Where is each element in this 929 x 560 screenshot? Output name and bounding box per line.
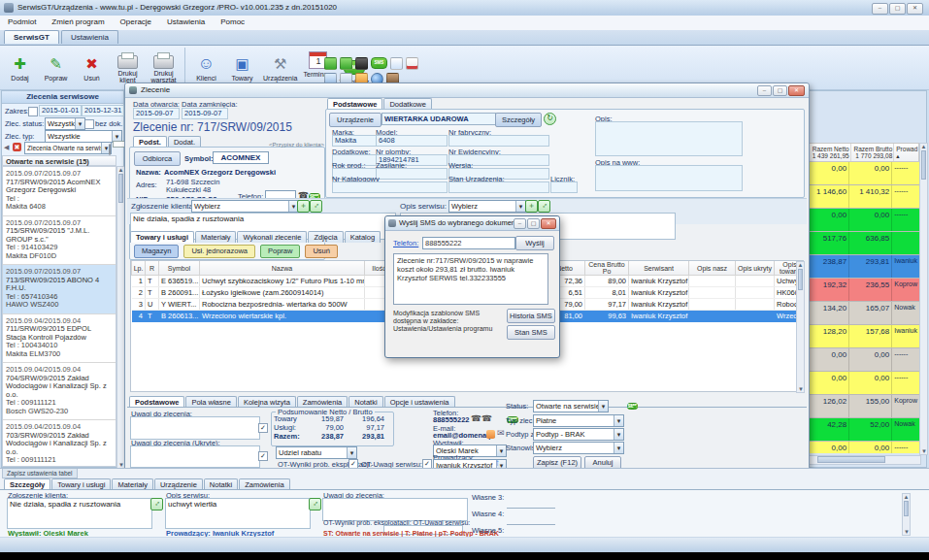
bp-zgloszenie-expand-icon[interactable]: ↕ [150,498,163,511]
close-icon[interactable]: ✕ [907,3,923,15]
bp-opis-expand-icon[interactable]: ↕ [309,498,321,511]
items-col-brutto[interactable]: Cena Brutto Po [585,261,629,276]
uwagi-textarea[interactable] [130,416,260,440]
historia-sms-button[interactable]: Historia SMS [507,309,555,323]
tab-zdjęcia[interactable]: Zdjęcia [308,231,343,243]
totals-row[interactable]: 0,000,00------ [808,209,919,232]
maximize-icon[interactable]: ▢ [889,3,906,15]
tab-wykonali-zlecenie[interactable]: Wykonali zlecenie [237,231,307,243]
toolbar-button-dodaj[interactable]: ✚Dodaj [3,52,37,82]
status-dropdown[interactable]: Otwarte na serwisie [533,400,609,412]
zakres-checkbox[interactable] [28,107,38,116]
totals-row[interactable]: 42,2852,00Nowak [808,418,919,442]
sort-asc-icon[interactable]: ▴ [896,152,899,159]
totals-row[interactable]: 192,32236,55Koprow [808,279,919,302]
view-dropdown[interactable]: Zlecenia Otwarte na serwisie [24,142,112,154]
menu-item-podmiot[interactable]: Podmiot [0,16,44,28]
sms-minimize-icon[interactable]: – [514,218,526,229]
toolbar-button-drukuj-warsztat[interactable]: Drukuj warsztat [147,48,181,84]
totals-row[interactable]: 0,000,00------ [808,162,919,185]
zgloszenie-dropdown[interactable]: Wybierz [191,200,299,213]
bez-dok-checkbox[interactable] [84,119,94,129]
sms-maximize-icon[interactable]: ▢ [527,218,540,229]
action-button-usuń[interactable]: Usuń [305,245,338,258]
bp-zgloszenie-box[interactable]: Nie działa, spadła z rusztowania [7,498,152,529]
service-order-item[interactable]: 2015.09.04/2015.09.04703/SRW/09/2015 Zak… [3,420,116,467]
opis-serwisu-expand-icon[interactable]: ↕ [538,200,550,213]
toolbar-button-usuń[interactable]: ✖Usuń [75,52,109,82]
minimize-icon[interactable]: – [872,3,888,15]
totals-row[interactable]: 128,20157,68Iwaniuk [808,325,919,348]
dialog-close-icon[interactable]: ✕ [788,85,805,96]
szczegoly-button[interactable]: Szczegóły [495,113,542,127]
marka-value[interactable]: Makita [332,135,377,147]
phone-call-icon[interactable] [340,57,352,70]
wyslij-button[interactable]: Wyślij [515,236,554,250]
toolbar-button-urządzenia[interactable]: ⚒Urządzenia [261,52,299,82]
stan-sms-button[interactable]: Stan SMS [507,325,555,340]
telefon2-value[interactable]: 888555222 [433,415,470,424]
phone-add-icon[interactable] [324,57,337,70]
stanowisko-dropdown[interactable]: Wybierz [533,442,624,454]
save-table-settings-link[interactable]: Zapisz ustawienia tabel [2,469,78,478]
nr-katalogowy-field[interactable] [332,181,448,193]
ribbon-tab-ustawienia[interactable]: Ustawienia [61,30,118,44]
opis-serwisu-dropdown[interactable]: Wybierz [448,200,526,213]
card-icon[interactable] [406,57,418,70]
odbiorca-button[interactable]: Odbiorca [134,151,181,166]
totals-hscrollbar[interactable] [809,455,921,465]
licznik-field[interactable] [550,181,578,193]
toolbar-button-towary[interactable]: ▣Towary [225,52,259,82]
date-to-field[interactable]: 2015-12-31 [82,105,124,116]
date-from-field[interactable]: 2015-01-01 [39,105,82,116]
data-zamkniecia-field[interactable]: 2015-09-07 [182,108,228,119]
pin-icon[interactable] [355,57,368,70]
bp-opis-box[interactable]: uchwyt wiertła [165,498,311,529]
clear-filter-icon[interactable]: ✖ [13,143,21,151]
items-col-symbol[interactable]: Symbol [159,261,200,276]
typ-dropdown[interactable]: Płatne [533,414,624,427]
totals-vscrollbar[interactable]: ▲▼ [919,143,928,455]
service-order-item[interactable]: 2015.09.07/2015.09.07715/SRW/09/2015 "J.… [3,216,116,266]
totals-row[interactable]: 0,000,00------ [808,442,919,453]
model-value[interactable]: 6408 [376,135,448,147]
zgloszenie-add-icon[interactable]: ＋ [297,200,310,213]
phone-dial-icon[interactable]: ☎ [471,413,481,423]
zgloszenie-expand-icon[interactable]: ↕ [310,200,322,213]
sms-telefon-label[interactable]: Telefon: [393,239,418,247]
stan-urzadzenia-field[interactable] [448,181,549,193]
zasilanie-field[interactable] [376,168,448,180]
print-icon[interactable] [109,144,111,155]
sms-close-icon[interactable]: ✕ [541,218,556,229]
totals-row[interactable]: 134,20165,07Nowak [808,302,919,325]
totals-row[interactable]: 0,000,00------ [808,372,919,395]
toolbar-button-drukuj-klient[interactable]: Drukuj klient [111,48,145,84]
udziel-rabatu-dropdown[interactable]: Udziel rabatu [276,446,357,459]
bottom-panel-scrollbar[interactable]: ▲▼ [902,493,911,536]
action-button-popraw[interactable]: Popraw [260,245,300,258]
up-arrow-icon[interactable]: ↑ [495,457,500,468]
tab-materiały[interactable]: Materiały [195,231,236,243]
sms-message-box[interactable]: Zlecenie nr:717/SRW/09/2015 w naprawie k… [393,253,548,305]
service-order-item[interactable]: 2015.09.04/2015.09.04711/SRW/09/2015 EDP… [3,314,116,364]
status-sms-icon[interactable]: SMS [627,403,639,410]
toolbar-button-klienci[interactable]: ☺Klienci [189,52,223,82]
uwagi-ukryte-textarea[interactable] [130,445,260,468]
action-button-usł-jednorazowa[interactable]: Usł. jednorazowa [183,245,255,258]
service-order-item[interactable]: 2015.09.07/2015.09.07713/SRW/09/2015 ABO… [3,265,116,314]
data-otwarcia-field[interactable]: 2015-09-07 [133,108,180,119]
dialog-maximize-icon[interactable]: ▢ [773,85,787,96]
totals-row[interactable]: 517,76636,85 [808,232,919,255]
opis-textarea[interactable] [595,121,743,156]
nr-fabryczny-field[interactable] [448,135,549,147]
items-col-r[interactable]: R [146,261,159,276]
uwagi-ukryte-checkbox[interactable]: ✓ [258,451,268,461]
toolbar-button-popraw[interactable]: ✎Popraw [39,52,73,82]
urzadzenie-button[interactable]: Urządzenie [329,113,382,127]
prev-icon[interactable]: ◀ [4,144,9,151]
podtyp-dropdown[interactable]: Podtyp - BRAK [533,428,624,441]
items-col-lp[interactable]: Lp. [132,261,146,276]
menu-item-operacje[interactable]: Operacje [113,16,159,28]
totals-row[interactable]: 1 146,601 410,32------ [808,185,919,209]
refresh-icon[interactable]: ↻ [544,113,556,125]
